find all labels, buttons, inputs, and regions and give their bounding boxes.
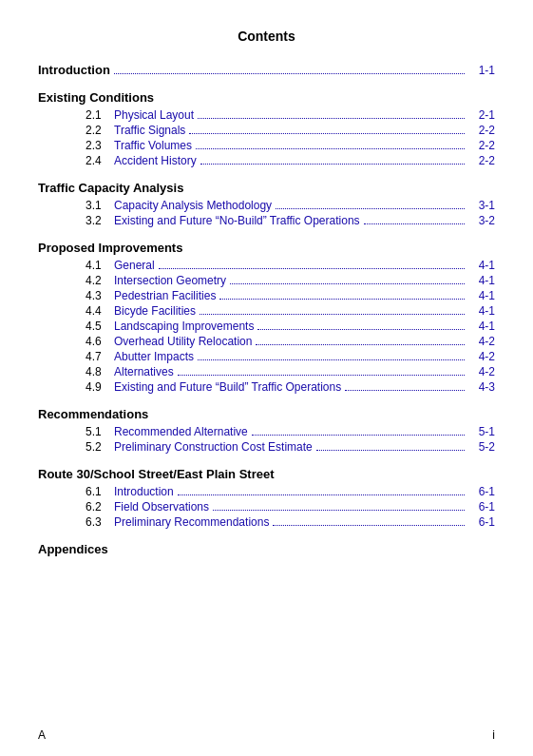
toc-number-4-9: 4.9 bbox=[86, 380, 114, 394]
toc-number-5-1: 5.1 bbox=[86, 425, 114, 438]
toc-page-2-4: 2-2 bbox=[468, 154, 495, 167]
toc-page-3-2: 3-2 bbox=[468, 214, 495, 227]
toc-entry-2-2: 2.2 Traffic Signals 2-2 bbox=[38, 124, 495, 137]
toc-dots-4-6 bbox=[256, 344, 465, 345]
toc-entry-2-3: 2.3 Traffic Volumes 2-2 bbox=[38, 139, 495, 152]
toc-page-2-2: 2-2 bbox=[468, 124, 495, 137]
toc-number-2-1: 2.1 bbox=[86, 108, 114, 122]
toc-page-4-3: 4-1 bbox=[468, 289, 495, 302]
toc-page-6-3: 6-1 bbox=[468, 515, 495, 529]
toc-number-6-1: 6.1 bbox=[86, 485, 114, 498]
toc-label-4-7: Abutter Impacts bbox=[114, 350, 194, 363]
toc-label-introduction: Introduction bbox=[38, 63, 110, 77]
toc-page-introduction: 1-1 bbox=[468, 64, 495, 77]
toc-label-4-9: Existing and Future “Build” Traffic Oper… bbox=[114, 380, 341, 394]
toc-label-5-1: Recommended Alternative bbox=[114, 425, 248, 438]
toc-dots-5-2 bbox=[316, 450, 465, 451]
toc-dots-2-2 bbox=[189, 133, 465, 134]
page: Contents Introduction 1-1 Existing Condi… bbox=[0, 0, 533, 756]
toc-label-2-2: Traffic Signals bbox=[114, 124, 185, 137]
toc-number-4-5: 4.5 bbox=[86, 320, 114, 333]
toc-label-4-4: Bicyde Facilities bbox=[114, 304, 196, 318]
toc-page-2-1: 2-1 bbox=[468, 108, 495, 122]
toc-label-4-5: Landscaping Improvements bbox=[114, 320, 254, 333]
toc-dots-6-3 bbox=[273, 525, 465, 526]
toc-label-6-3: Preliminary Recommendations bbox=[114, 515, 269, 529]
toc-dots-5-1 bbox=[252, 435, 465, 436]
toc-number-4-7: 4.7 bbox=[86, 350, 114, 363]
toc-entry-4-8: 4.8 Alternatives 4-2 bbox=[38, 365, 495, 378]
toc-label-4-6: Overhead Utility Relocation bbox=[114, 335, 252, 348]
toc-entry-2-4: 2.4 Accident History 2-2 bbox=[38, 154, 495, 167]
toc-label-4-1: General bbox=[114, 259, 155, 272]
footer-left: A bbox=[38, 728, 46, 742]
toc-label-4-3: Pedestrian Facilities bbox=[114, 289, 216, 302]
section-heading-recommendations: Recommendations bbox=[38, 407, 495, 421]
toc-entry-2-1: 2.1 Physical Layout 2-1 bbox=[38, 108, 495, 122]
section-heading-traffic-capacity: Traffic Capacity Analysis bbox=[38, 181, 495, 195]
toc-page-4-5: 4-1 bbox=[468, 320, 495, 333]
toc-page-5-1: 5-1 bbox=[468, 425, 495, 438]
toc-page-4-1: 4-1 bbox=[468, 259, 495, 272]
toc-page-4-6: 4-2 bbox=[468, 335, 495, 348]
toc-dots-4-2 bbox=[230, 283, 465, 284]
toc-label-5-2: Preliminary Construction Cost Estimate bbox=[114, 440, 313, 454]
toc-dots-3-1 bbox=[276, 208, 465, 209]
toc-dots-2-4 bbox=[200, 164, 465, 165]
toc-entry-introduction: Introduction 1-1 bbox=[38, 63, 495, 77]
toc-dots-4-9 bbox=[345, 390, 465, 391]
toc-number-4-1: 4.1 bbox=[86, 259, 114, 272]
toc-entry-4-7: 4.7 Abutter Impacts 4-2 bbox=[38, 350, 495, 363]
toc-dots-4-1 bbox=[159, 268, 465, 269]
toc-entry-4-4: 4.4 Bicyde Facilities 4-1 bbox=[38, 304, 495, 318]
toc-page-2-3: 2-2 bbox=[468, 139, 495, 152]
toc-number-5-2: 5.2 bbox=[86, 440, 114, 454]
toc-entry-4-1: 4.1 General 4-1 bbox=[38, 259, 495, 272]
footer-right: i bbox=[492, 728, 495, 742]
toc-label-2-4: Accident History bbox=[114, 154, 197, 167]
toc-entry-5-2: 5.2 Preliminary Construction Cost Estima… bbox=[38, 440, 495, 454]
toc-entry-5-1: 5.1 Recommended Alternative 5-1 bbox=[38, 425, 495, 438]
toc-number-2-4: 2.4 bbox=[86, 154, 114, 167]
toc-page-5-2: 5-2 bbox=[468, 440, 495, 454]
toc-dots-4-7 bbox=[198, 359, 465, 360]
toc-dots-2-1 bbox=[198, 118, 465, 119]
toc-page-4-7: 4-2 bbox=[468, 350, 495, 363]
toc-label-2-3: Traffic Volumes bbox=[114, 139, 192, 152]
toc-number-4-8: 4.8 bbox=[86, 365, 114, 378]
toc-number-2-3: 2.3 bbox=[86, 139, 114, 152]
toc-label-4-8: Alternatives bbox=[114, 365, 174, 378]
toc-entry-6-3: 6.3 Preliminary Recommendations 6-1 bbox=[38, 515, 495, 529]
toc-page-4-4: 4-1 bbox=[468, 304, 495, 318]
toc-number-4-6: 4.6 bbox=[86, 335, 114, 348]
toc-entry-4-3: 4.3 Pedestrian Facilities 4-1 bbox=[38, 289, 495, 302]
page-title: Contents bbox=[38, 29, 495, 44]
toc-label-4-2: Intersection Geometry bbox=[114, 274, 226, 287]
toc-dots-3-2 bbox=[364, 223, 465, 224]
toc-dots-2-3 bbox=[196, 148, 465, 149]
toc-page-3-1: 3-1 bbox=[468, 199, 495, 212]
toc-dots-4-3 bbox=[219, 299, 465, 300]
section-heading-route30: Route 30/School Street/East Plain Street bbox=[38, 467, 495, 481]
toc-dots-6-2 bbox=[213, 510, 465, 511]
toc-label-2-1: Physical Layout bbox=[114, 108, 194, 122]
toc-dots-6-1 bbox=[178, 494, 465, 495]
section-heading-appendices: Appendices bbox=[38, 542, 495, 556]
toc-page-4-8: 4-2 bbox=[468, 365, 495, 378]
toc-entry-4-5: 4.5 Landscaping Improvements 4-1 bbox=[38, 320, 495, 333]
toc-page-6-2: 6-1 bbox=[468, 500, 495, 514]
toc-entry-4-6: 4.6 Overhead Utility Relocation 4-2 bbox=[38, 335, 495, 348]
toc-number-4-2: 4.2 bbox=[86, 274, 114, 287]
toc-entry-4-2: 4.2 Intersection Geometry 4-1 bbox=[38, 274, 495, 287]
toc-label-3-2: Existing and Future “No-Build” Traffic O… bbox=[114, 214, 360, 227]
toc-page-6-1: 6-1 bbox=[468, 485, 495, 498]
toc-number-4-3: 4.3 bbox=[86, 289, 114, 302]
toc-number-6-2: 6.2 bbox=[86, 500, 114, 514]
toc-dots-introduction bbox=[114, 73, 465, 74]
page-footer: A i bbox=[38, 728, 495, 742]
toc-entry-4-9: 4.9 Existing and Future “Build” Traffic … bbox=[38, 380, 495, 394]
toc-number-2-2: 2.2 bbox=[86, 124, 114, 137]
toc-number-6-3: 6.3 bbox=[86, 515, 114, 529]
toc-entry-3-2: 3.2 Existing and Future “No-Build” Traff… bbox=[38, 214, 495, 227]
toc-number-3-2: 3.2 bbox=[86, 214, 114, 227]
